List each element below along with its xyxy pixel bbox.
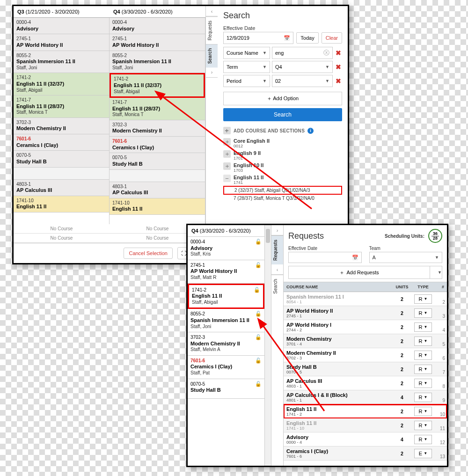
request-row[interactable]: English 11 II1741 - 102R ▼11 [284,418,447,432]
request-row[interactable]: AP Calculus I & II (Block)4801 - 14R ▼9 [284,390,447,404]
schedule-cell[interactable]: 8055-2Spanish Immersion 11 IIStaff, Joni [110,51,205,73]
request-row[interactable]: AP Calculus III4803 - 12R ▼8 [284,376,447,390]
schedule-cell[interactable]: 1741-7English 11 II (28/37)Staff, Monica… [14,95,109,118]
request-row[interactable]: Modern Chemistry II3702 - 32R ▼6 [284,348,447,362]
q4-header: Q4 (3/30/2020 - 6/3/2020) [110,6,205,17]
schedule-cell[interactable]: 🔓0000-4AdvisoryStaff, Kris [188,237,264,260]
team-select[interactable]: A▼ [369,252,443,263]
schedule-cell[interactable]: 1741-10English 11 II [14,196,109,212]
request-row[interactable]: Study Hall B0070 - 52R ▼7 [284,362,447,376]
schedule-cell[interactable]: 0070-5Study Hall B [110,153,205,169]
course-item[interactable]: ＋Core English II0012 [223,137,342,149]
add-option-button[interactable]: ＋ Add Option [223,92,342,105]
effective-date-input-2[interactable]: 📅 [288,252,362,263]
schedule-cell[interactable]: 2745-1AP World History II [110,34,205,51]
tab-requests-2[interactable]: Requests [271,235,283,264]
today-button[interactable]: Today [296,32,318,44]
tab-requests[interactable]: Requests [206,16,218,44]
unlock-icon: 🔓 [255,334,262,341]
type-select[interactable]: R ▼ [414,322,432,332]
schedule-cell[interactable]: 1741-2English 11 II (32/37)Staff, Abigai… [14,73,109,95]
schedule-cell[interactable]: 4803-1AP Calculus III [14,180,109,196]
course-item[interactable]: ＋English 9 II1701 [223,149,342,161]
collapse-panel-button[interactable]: ‹ [206,6,218,16]
expand-all-icon[interactable]: ＋ [223,127,231,134]
expand-icon[interactable]: ＋ [223,138,231,146]
filter-value-input[interactable]: 02▼ [272,75,333,87]
schedule-cell[interactable]: 🔓8055-2Spanish Immersion 11 IIStaff, Jon… [188,309,264,332]
schedule-cell[interactable]: 0070-5Study Hall B [14,151,109,167]
type-select[interactable]: R ▼ [414,351,432,360]
type-select[interactable]: R ▼ [414,407,432,416]
schedule-cell[interactable]: 🔓7601-6Ceramics I (Clay)Staff, Pat [188,356,264,379]
filter-field-select[interactable]: Period▼ [223,75,270,87]
type-select[interactable]: R ▼ [414,308,432,318]
schedule-cell[interactable]: 7601-6Ceramics I (Clay) [14,134,109,151]
schedule-cell[interactable]: 🔓1741-2English 11 IIStaff, Abigail [188,284,264,309]
request-row[interactable]: Advisory0000 - 44R ▼12 [284,432,447,447]
type-select[interactable]: R ▼ [414,294,432,304]
clear-button[interactable]: Clear [322,32,342,44]
schedule-cell[interactable]: 7601-6Ceramics I (Clay) [110,137,205,153]
collapse-panel-button-2[interactable]: › [206,67,218,78]
request-row[interactable]: English 11 II1741 - 22R ▼10 [284,404,447,418]
type-select[interactable]: E ▼ [414,449,432,458]
collapse-icon[interactable]: − [223,175,231,182]
collapse-right-button[interactable]: › [271,225,283,235]
filter-value-input[interactable]: Q4▼ [272,61,333,73]
type-select[interactable]: R ▼ [414,337,432,346]
type-select[interactable]: R ▼ [414,365,432,374]
schedule-columns: Q3 (1/21/2020 - 3/20/2020) Q4 (3/30/2020… [14,6,205,263]
type-select[interactable]: R ▼ [414,393,432,402]
info-icon[interactable]: i [307,128,314,134]
filter-field-select[interactable]: Course Name▼ [223,47,270,59]
expand-icon[interactable]: ＋ [223,150,231,158]
schedule-cell[interactable]: 4803-1AP Calculus III [110,182,205,198]
request-row[interactable]: AP World History I2744 - 22R ▼4 [284,320,447,334]
expand-icon[interactable]: ＋ [223,162,231,170]
scrollbar-thumb[interactable] [266,229,270,243]
remove-filter-icon[interactable]: ✖ [335,49,342,57]
no-course-q3-2[interactable]: No Course [14,234,110,243]
schedule-cell[interactable]: 🔓3702-3Modern Chemistry IIStaff, Melvin … [188,332,264,356]
type-select[interactable]: R ▼ [414,435,432,444]
tab-search[interactable]: Search [206,44,218,67]
unlock-icon: 🔓 [255,239,262,245]
cancel-selection-button[interactable]: Cancel Selection [124,248,173,259]
remove-filter-icon[interactable]: ✖ [335,63,342,71]
schedule-cell[interactable]: 2745-1AP World History II [14,34,109,51]
section-row[interactable]: 7 (28/37) Staff, Monica T Q3/1/02/NA/0 [223,195,342,202]
schedule-cell[interactable]: 1741-7English 11 II (28/37)Staff, Monica… [110,98,205,120]
schedule-cell[interactable]: 0000-4Advisory [14,18,109,34]
add-requests-button[interactable]: ＋ Add Requests [288,266,430,279]
schedule-cell[interactable]: 0000-4Advisory [110,18,205,34]
q3-column: 0000-4Advisory2745-1AP World History II8… [14,18,110,224]
remove-filter-icon[interactable]: ✖ [335,77,342,85]
add-requests-dropdown[interactable]: ▼ [430,266,442,279]
section-row[interactable]: 2 (32/37) Staff, Abigail Q3/1/02/NA/3 [223,186,342,195]
no-course-q3[interactable]: No Course [14,224,110,234]
collapse-left-button[interactable]: ‹ [271,264,283,275]
type-select[interactable]: R ▼ [414,421,432,430]
schedule-cell[interactable]: 1741-10English 11 II [110,198,205,215]
schedule-cell[interactable]: 🔓0070-5Study Hall B [188,379,264,399]
scrollbar[interactable] [265,225,271,466]
schedule-cell[interactable]: 1741-2English 11 II (32/37)Staff, Abigai… [110,73,205,98]
search-button[interactable]: Search [223,108,342,121]
request-row[interactable]: Spanish Immersion 11 I8054 - 12R ▼2 [284,292,447,306]
request-row[interactable]: Ceramics I (Clay)7601 - 62E ▼13 [284,447,447,461]
tab-search-2[interactable]: Search [271,275,283,298]
course-item[interactable]: ＋English 10 II1703 [223,161,342,174]
clear-text-icon[interactable]: ⓧ [323,49,329,57]
schedule-cell[interactable]: 3702-3Modern Chemistry II [14,118,109,134]
course-item[interactable]: −English 11 II1741 [223,174,342,186]
schedule-cell[interactable]: 🔓2745-1AP World History IIStaff, Matt R [188,260,264,284]
schedule-cell[interactable]: 8055-2Spanish Immersion 11 IIStaff, Joni [14,51,109,73]
schedule-cell[interactable]: 3702-3Modern Chemistry II [110,120,205,137]
filter-value-input[interactable]: engⓧ [272,47,333,59]
effective-date-input[interactable]: 12/9/2019 📅 [223,32,293,44]
type-select[interactable]: R ▼ [414,379,432,388]
filter-field-select[interactable]: Term▼ [223,61,270,73]
request-row[interactable]: Modern Chemistry3701 - 42R ▼5 [284,334,447,348]
request-row[interactable]: AP World History II2745 - 12R ▼3 [284,306,447,320]
